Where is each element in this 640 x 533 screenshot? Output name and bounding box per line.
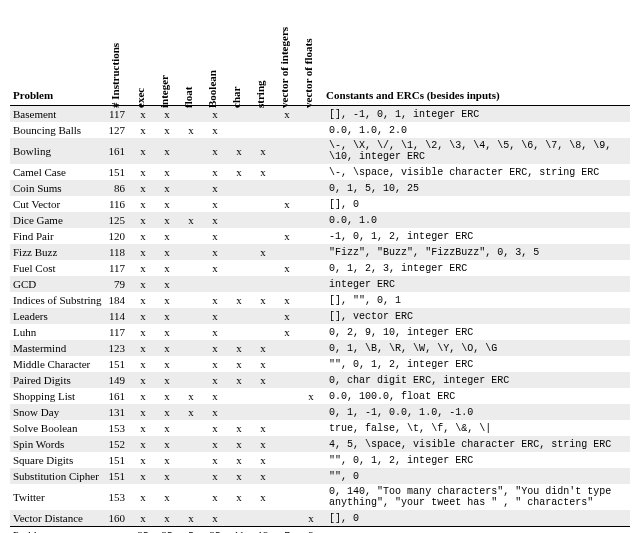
type-mark: x (155, 212, 179, 228)
type-mark: x (203, 436, 227, 452)
type-mark: x (131, 244, 155, 260)
problem-name: Fuel Cost (10, 260, 106, 276)
type-mark: x (203, 180, 227, 196)
type-mark (227, 404, 251, 420)
constants-cell: "", 0, 1, 2, integer ERC (323, 452, 630, 468)
constants-cell: [], -1, 0, 1, integer ERC (323, 106, 630, 123)
table-row: Dice Game125xxxx0.0, 1.0 (10, 212, 630, 228)
type-mark (275, 372, 299, 388)
type-mark (299, 452, 323, 468)
type-mark: x (251, 356, 275, 372)
type-mark (299, 356, 323, 372)
type-mark: x (251, 244, 275, 260)
type-mark (275, 356, 299, 372)
constants-cell: 4, 5, \space, visible character ERC, str… (323, 436, 630, 452)
type-mark (275, 510, 299, 527)
type-mark: x (155, 468, 179, 484)
type-mark: x (275, 196, 299, 212)
type-mark: x (155, 138, 179, 164)
type-mark (179, 138, 203, 164)
instructions-count: 120 (106, 228, 132, 244)
constants-cell: 0, char digit ERC, integer ERC (323, 372, 630, 388)
type-mark (179, 356, 203, 372)
type-mark: x (155, 388, 179, 404)
type-mark (227, 122, 251, 138)
type-mark: x (179, 388, 203, 404)
type-mark (299, 420, 323, 436)
type-mark: x (251, 420, 275, 436)
type-mark: x (131, 340, 155, 356)
benchmark-table: Problem # Instructions exec integer floa… (10, 10, 630, 533)
type-mark: x (203, 138, 227, 164)
table-row: Square Digits151xxxxx"", 0, 1, 2, intege… (10, 452, 630, 468)
type-mark: x (131, 356, 155, 372)
table-row: Indices of Substring184xxxxxx[], "", 0, … (10, 292, 630, 308)
type-mark (227, 260, 251, 276)
problem-name: Substitution Cipher (10, 468, 106, 484)
instructions-count: 151 (106, 164, 132, 180)
constants-cell: integer ERC (323, 276, 630, 292)
type-mark (179, 308, 203, 324)
constants-cell: "Fizz", "Buzz", "FizzBuzz", 0, 3, 5 (323, 244, 630, 260)
instructions-count: 160 (106, 510, 132, 527)
summary-problems-row: Problems2525525111272 (10, 527, 630, 534)
type-mark: x (131, 228, 155, 244)
type-mark (299, 122, 323, 138)
type-mark: x (227, 292, 251, 308)
col-exec: exec (131, 10, 155, 106)
table-row: Leaders114xxxx[], vector ERC (10, 308, 630, 324)
col-boolean: Boolean (203, 10, 227, 106)
type-mark: x (131, 404, 155, 420)
type-mark: x (131, 180, 155, 196)
header-row: Problem # Instructions exec integer floa… (10, 10, 630, 106)
col-problem: Problem (10, 10, 106, 106)
type-mark: x (155, 510, 179, 527)
type-mark (179, 420, 203, 436)
instructions-count: 116 (106, 196, 132, 212)
type-mark: x (275, 228, 299, 244)
problem-name: Camel Case (10, 164, 106, 180)
type-mark: x (155, 164, 179, 180)
type-mark: x (155, 244, 179, 260)
type-mark (251, 228, 275, 244)
type-mark (179, 292, 203, 308)
type-mark: x (131, 436, 155, 452)
type-mark (251, 404, 275, 420)
problem-name: Middle Character (10, 356, 106, 372)
type-mark: x (155, 356, 179, 372)
instructions-count: 152 (106, 436, 132, 452)
table-row: Mastermind123xxxxx0, 1, \B, \R, \W, \Y, … (10, 340, 630, 356)
type-mark (227, 276, 251, 292)
problem-name: Shopping List (10, 388, 106, 404)
col-integer: integer (155, 10, 179, 106)
type-mark: x (203, 372, 227, 388)
type-mark (179, 452, 203, 468)
constants-cell: -1, 0, 1, 2, integer ERC (323, 228, 630, 244)
constants-cell: "", 0, 1, 2, integer ERC (323, 356, 630, 372)
summary-value: 11 (227, 527, 251, 534)
instructions-count: 153 (106, 484, 132, 510)
type-mark (275, 340, 299, 356)
type-mark: x (155, 452, 179, 468)
type-mark (275, 420, 299, 436)
type-mark (299, 308, 323, 324)
type-mark (227, 324, 251, 340)
type-mark (299, 138, 323, 164)
instructions-count: 184 (106, 292, 132, 308)
type-mark: x (251, 452, 275, 468)
type-mark (179, 260, 203, 276)
problem-name: Luhn (10, 324, 106, 340)
problem-name: Bowling (10, 138, 106, 164)
type-mark (179, 180, 203, 196)
type-mark: x (203, 324, 227, 340)
instructions-count: 127 (106, 122, 132, 138)
type-mark: x (203, 340, 227, 356)
summary-value: 25 (203, 527, 227, 534)
type-mark (179, 484, 203, 510)
type-mark (275, 436, 299, 452)
type-mark: x (155, 340, 179, 356)
constants-cell: [], "", 0, 1 (323, 292, 630, 308)
constants-cell: [], 0 (323, 510, 630, 527)
type-mark (299, 212, 323, 228)
constants-cell: "", 0 (323, 468, 630, 484)
